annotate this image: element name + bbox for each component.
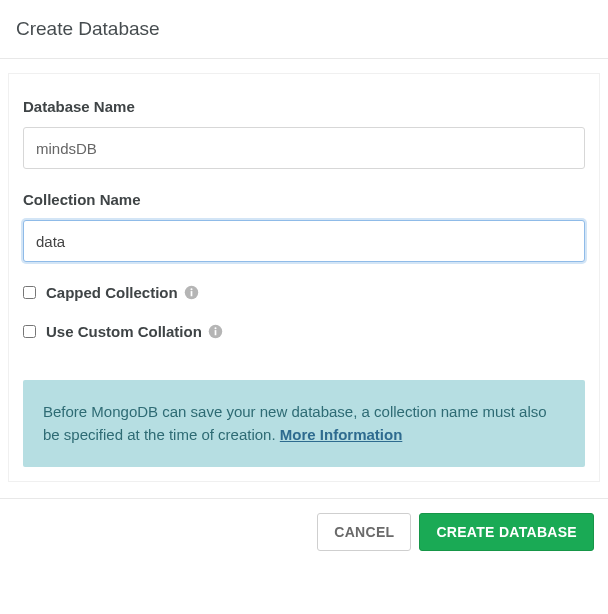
cancel-button[interactable]: CANCEL [317,513,411,551]
svg-point-5 [214,327,216,329]
info-icon[interactable] [184,285,199,300]
modal-body: Database Name Collection Name Capped Col… [8,73,600,482]
svg-point-2 [190,288,192,290]
custom-collation-checkbox[interactable] [23,325,36,338]
more-information-link[interactable]: More Information [280,426,403,443]
capped-collection-label: Capped Collection [46,284,178,301]
collection-name-group: Collection Name [23,191,585,262]
svg-rect-4 [215,330,217,335]
capped-collection-checkbox[interactable] [23,286,36,299]
capped-collection-row: Capped Collection [23,284,585,301]
collection-name-input[interactable] [23,220,585,262]
modal-title: Create Database [16,18,592,40]
header-divider [0,58,608,59]
database-name-group: Database Name [23,98,585,169]
info-icon[interactable] [208,324,223,339]
database-name-input[interactable] [23,127,585,169]
modal-header: Create Database [0,0,608,58]
collection-name-label: Collection Name [23,191,585,208]
custom-collation-label: Use Custom Collation [46,323,202,340]
info-notice: Before MongoDB can save your new databas… [23,380,585,467]
create-database-button[interactable]: CREATE DATABASE [419,513,594,551]
modal-footer: CANCEL CREATE DATABASE [0,498,608,551]
svg-rect-1 [190,291,192,296]
custom-collation-row: Use Custom Collation [23,323,585,340]
database-name-label: Database Name [23,98,585,115]
